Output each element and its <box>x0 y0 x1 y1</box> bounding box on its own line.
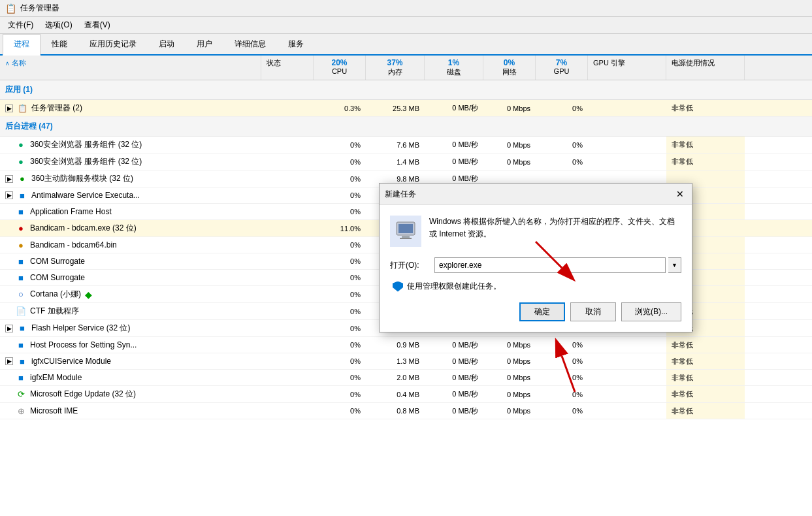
dialog-computer-icon <box>390 216 421 247</box>
dialog-title-bar: 新建任务 ✕ <box>380 184 692 205</box>
dialog-checkbox-label: 使用管理权限创建此任务。 <box>407 281 501 292</box>
dialog-body: Windows 将根据你所键入的名称，为你打开相应的程序、文件夹、文档或 Int… <box>380 205 692 332</box>
dialog-close-button[interactable]: ✕ <box>674 187 687 201</box>
dialog-ok-button[interactable]: 确定 <box>519 302 565 321</box>
dialog-open-field: 打开(O): ▼ <box>390 257 681 273</box>
dialog-browse-button[interactable]: 浏览(B)... <box>621 302 681 321</box>
dialog-dropdown-button[interactable]: ▼ <box>668 257 681 273</box>
dialog-title: 新建任务 <box>385 189 416 200</box>
svg-rect-3 <box>400 238 412 239</box>
dialog-top-section: Windows 将根据你所键入的名称，为你打开相应的程序、文件夹、文档或 Int… <box>390 216 681 247</box>
dialog-input-wrap: ▼ <box>434 257 681 273</box>
dialog-description: Windows 将根据你所键入的名称，为你打开相应的程序、文件夹、文档或 Int… <box>429 216 681 247</box>
svg-rect-1 <box>398 224 413 233</box>
shield-icon <box>393 282 403 292</box>
dialog-open-label: 打开(O): <box>390 260 429 271</box>
dialog-buttons: 确定 取消 浏览(B)... <box>390 302 681 321</box>
dialog-overlay: 新建任务 ✕ Windows 将根据你所键入的名称，为你打开相应的程序、文件夹、… <box>0 0 812 516</box>
dialog-checkbox-row: 使用管理权限创建此任务。 <box>390 281 681 292</box>
new-task-dialog: 新建任务 ✕ Windows 将根据你所键入的名称，为你打开相应的程序、文件夹、… <box>379 183 692 332</box>
svg-rect-2 <box>402 236 410 238</box>
dialog-open-input[interactable] <box>434 257 666 273</box>
dialog-cancel-button[interactable]: 取消 <box>570 302 616 321</box>
